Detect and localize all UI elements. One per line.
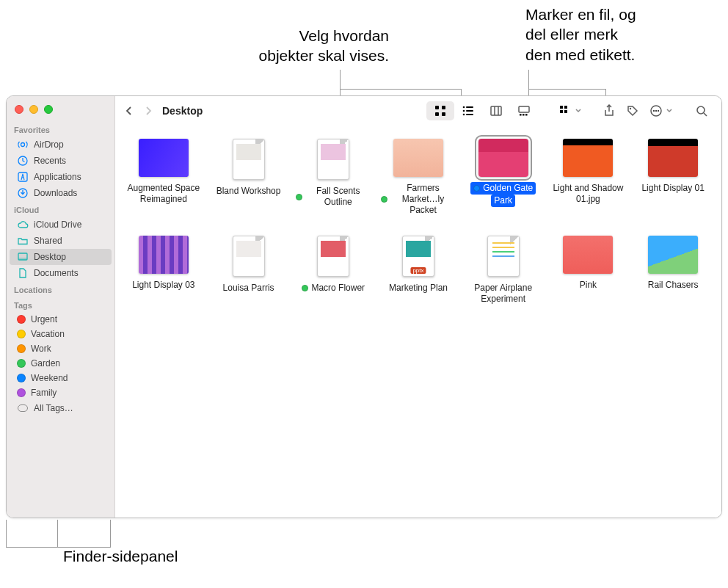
callout-line: [6, 520, 7, 548]
sidebar-item-applications[interactable]: Applications: [10, 169, 112, 185]
svg-rect-24: [564, 106, 567, 109]
file-item[interactable]: Bland Workshop: [206, 139, 291, 217]
back-button[interactable]: [121, 101, 137, 121]
file-name: Golden GatePark: [470, 182, 536, 207]
sidebar-item-label: Documents: [34, 268, 79, 278]
callout-line: [6, 547, 58, 548]
finder-window: Favorites AirDrop Recents Applications D…: [6, 95, 722, 518]
sidebar-item-desktop[interactable]: Desktop: [10, 249, 112, 265]
file-item[interactable]: Light Display 03: [121, 236, 206, 305]
svg-rect-13: [466, 110, 473, 112]
svg-rect-7: [442, 106, 445, 109]
chevron-down-icon: [575, 107, 582, 115]
file-thumbnail: [139, 139, 189, 177]
callout-line: [57, 547, 111, 548]
file-thumbnail: [233, 236, 265, 277]
callout-line: [340, 70, 341, 89]
svg-rect-16: [491, 106, 501, 115]
svg-rect-21: [523, 114, 525, 116]
view-icons-button[interactable]: [426, 101, 454, 120]
callout-line: [528, 70, 529, 89]
forward-button[interactable]: [140, 101, 156, 121]
sidebar-item-label: AirDrop: [34, 139, 64, 150]
view-columns-button[interactable]: [482, 101, 510, 120]
sidebar-item-downloads[interactable]: Downloads: [10, 185, 112, 201]
file-item[interactable]: Macro Flower: [291, 236, 376, 305]
zoom-button[interactable]: [44, 105, 53, 114]
view-list-button[interactable]: [454, 101, 482, 120]
file-item[interactable]: Augmented Space Reimagined: [121, 139, 206, 217]
file-thumbnail: [648, 236, 698, 274]
sidebar-item-recents[interactable]: Recents: [10, 153, 112, 169]
callout-line: [110, 520, 111, 548]
view-gallery-button[interactable]: [510, 101, 538, 120]
document-icon: [17, 267, 29, 279]
cloud-icon: [17, 219, 29, 231]
file-item[interactable]: Light and Shadow 01.jpg: [546, 139, 631, 217]
sidebar-section-locations: Locations: [7, 281, 114, 297]
file-item[interactable]: Light Display 01: [630, 139, 716, 217]
file-thumbnail: [233, 139, 265, 180]
minimize-button[interactable]: [29, 105, 38, 114]
svg-point-10: [463, 106, 465, 109]
sidebar-tag-work[interactable]: Work: [10, 341, 112, 356]
file-name: Marketing Plan: [386, 282, 451, 294]
file-thumbnail: [563, 139, 613, 177]
sidebar-item-icloud-drive[interactable]: iCloud Drive: [10, 217, 112, 233]
more-button[interactable]: [645, 101, 667, 120]
file-item[interactable]: Louisa Parris: [206, 236, 291, 305]
callout-sidebar: Finder-sidepanel: [63, 546, 178, 566]
sidebar-tag-vacation[interactable]: Vacation: [10, 327, 112, 341]
tag-dot-icon: [17, 374, 26, 382]
svg-point-0: [21, 143, 25, 147]
window-controls: [7, 102, 114, 121]
sidebar-item-label: Family: [31, 388, 57, 398]
tag-dot-icon: [381, 196, 387, 203]
sidebar: Favorites AirDrop Recents Applications D…: [7, 96, 115, 518]
file-name: Paper Airplane Experiment: [463, 282, 544, 305]
file-thumbnail: [393, 139, 443, 177]
sidebar-tag-family[interactable]: Family: [10, 385, 112, 400]
close-button[interactable]: [15, 105, 23, 114]
file-item[interactable]: pptxMarketing Plan: [376, 236, 461, 305]
file-name: Light Display 01: [638, 182, 707, 195]
sidebar-tag-urgent[interactable]: Urgent: [10, 312, 112, 327]
sidebar-tag-garden[interactable]: Garden: [10, 356, 112, 371]
sidebar-item-airdrop[interactable]: AirDrop: [10, 137, 112, 153]
sidebar-item-label: Downloads: [34, 188, 77, 198]
sidebar-item-shared[interactable]: Shared: [10, 233, 112, 249]
tag-dot-icon: [17, 344, 26, 353]
sidebar-item-documents[interactable]: Documents: [10, 265, 112, 281]
svg-rect-19: [519, 106, 529, 112]
chevron-down-icon: [666, 107, 673, 115]
file-thumbnail: [317, 236, 349, 277]
tag-dot-icon: [302, 285, 308, 291]
all-tags-icon: [17, 402, 29, 414]
share-button[interactable]: [598, 101, 620, 120]
group-by-button[interactable]: [554, 101, 576, 120]
file-item[interactable]: Rail Chasers: [630, 236, 716, 305]
sidebar-item-label: All Tags…: [34, 403, 73, 413]
file-name: Rail Chasers: [645, 279, 702, 291]
sidebar-section-tags: Tags: [7, 297, 114, 312]
file-item[interactable]: Paper Airplane Experiment: [461, 236, 546, 305]
tags-button[interactable]: [622, 101, 644, 120]
search-button[interactable]: [691, 101, 713, 120]
sidebar-tag-weekend[interactable]: Weekend: [10, 371, 112, 385]
file-badge: pptx: [410, 267, 426, 274]
svg-rect-23: [560, 106, 563, 109]
shared-folder-icon: [17, 235, 29, 247]
sidebar-item-label: iCloud Drive: [34, 219, 81, 230]
file-item[interactable]: Farmers Market…ly Packet: [376, 139, 461, 217]
sidebar-item-label: Shared: [34, 236, 62, 246]
file-name: Augmented Space Reimagined: [123, 182, 204, 206]
file-item[interactable]: Fall Scents Outline: [291, 139, 376, 217]
svg-rect-8: [435, 112, 439, 116]
svg-rect-25: [560, 110, 563, 113]
file-item[interactable]: Pink: [546, 236, 631, 305]
file-item[interactable]: Golden GatePark: [461, 139, 546, 217]
files-grid: Augmented Space ReimaginedBland Workshop…: [115, 126, 721, 319]
tag-dot-icon: [17, 330, 26, 338]
sidebar-item-all-tags[interactable]: All Tags…: [10, 400, 112, 416]
file-name: Louisa Parris: [220, 282, 277, 294]
